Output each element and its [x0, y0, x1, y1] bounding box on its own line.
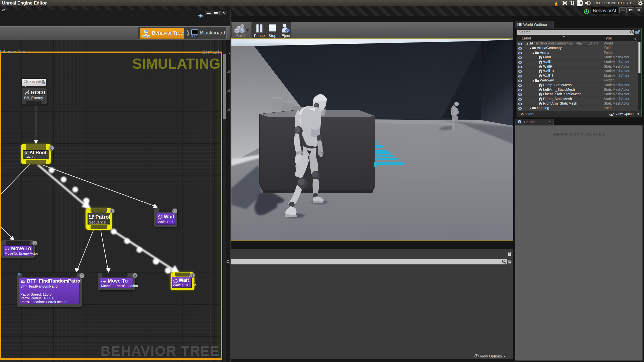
svg-text:i: i [519, 120, 520, 123]
